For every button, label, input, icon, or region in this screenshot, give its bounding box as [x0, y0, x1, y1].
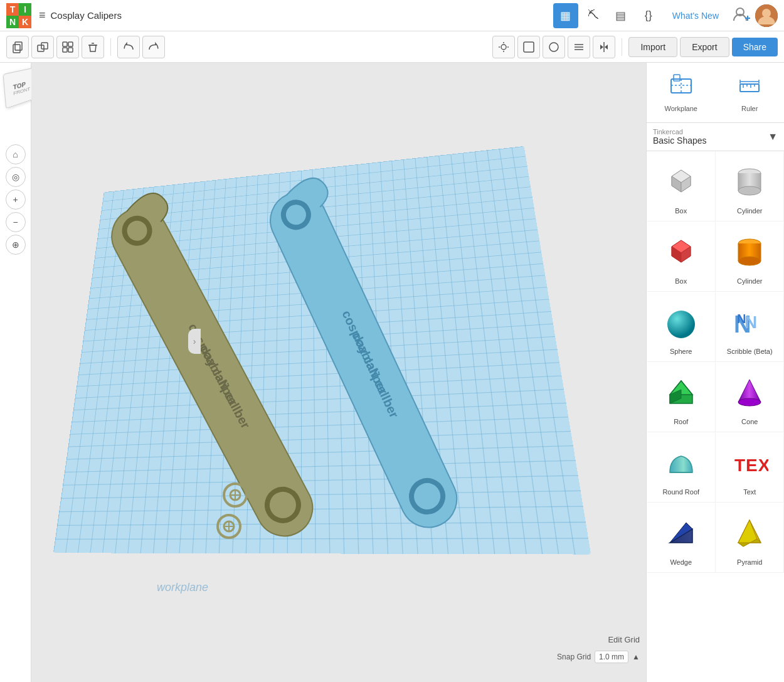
copy-button[interactable] [6, 36, 29, 58]
svg-rect-47 [674, 75, 680, 81]
shape-cylinder-orange-canvas [728, 231, 771, 275]
snap-grid-value[interactable]: 1.0 mm [595, 651, 628, 663]
screws-svg [207, 481, 257, 544]
logo-k: K [19, 16, 31, 28]
shape-wedge-label: Wedge [670, 558, 692, 566]
shapes-dropdown-arrow[interactable]: ▼ [768, 131, 778, 142]
svg-point-4 [762, 9, 771, 18]
shape-text[interactable]: TEXT Text [716, 432, 785, 503]
toolbar-separator [110, 38, 111, 56]
svg-rect-11 [63, 48, 67, 52]
zoom-in-button[interactable]: + [6, 189, 26, 210]
view-toggle-2[interactable] [543, 36, 565, 58]
undo-button[interactable] [117, 36, 140, 58]
shape-cylinder-gray-canvas [728, 161, 771, 205]
ruler-tool[interactable]: Ruler [716, 63, 785, 122]
ruler-icon [737, 72, 762, 101]
topbar: T I N K ≡ Cosplay Calipers ▦ ⛏ ▤ {} What… [0, 0, 784, 31]
shapes-source: Tinkercad [653, 128, 764, 136]
layers-button[interactable]: ▤ [608, 3, 633, 28]
shape-text-canvas: TEXT [728, 442, 771, 486]
svg-marker-24 [600, 45, 603, 50]
hamburger-icon[interactable]: ≡ [39, 9, 46, 22]
viewport-canvas[interactable]: cosplay caliper coabIaN callber cosplay … [31, 63, 646, 682]
import-button[interactable]: Import [628, 37, 677, 57]
nav-icons: ▦ ⛏ ▤ {} What's New [553, 3, 778, 28]
toolbar: Import Export Share [0, 31, 784, 63]
shape-cylinder-gray[interactable]: Cylinder [716, 151, 785, 221]
shape-cone-canvas [728, 371, 771, 415]
snap-grid-label: Snap Grid [557, 653, 591, 661]
group-button[interactable] [56, 36, 79, 58]
snap-grid-arrow[interactable]: ▲ [632, 653, 640, 661]
panel-collapse-handle[interactable]: › [188, 329, 201, 354]
shape-pyramid[interactable]: Pyramid [716, 503, 785, 573]
shape-cone[interactable]: Cone [716, 362, 785, 432]
redo-button[interactable] [142, 36, 165, 58]
tinkercad-logo[interactable]: T I N K [6, 3, 31, 28]
shape-cylinder-orange[interactable]: Cylinder [716, 221, 785, 292]
shape-roof[interactable]: Roof [647, 362, 716, 432]
svg-rect-18 [524, 42, 534, 52]
zoom-out-button[interactable]: − [6, 212, 26, 232]
edit-grid-button[interactable]: Edit Grid [608, 635, 640, 644]
shape-wedge[interactable]: Wedge [647, 503, 716, 573]
code-button[interactable]: {} [636, 3, 661, 28]
shape-sphere[interactable]: Sphere [647, 292, 716, 362]
logo-t: T [6, 3, 19, 16]
shape-sphere-label: Sphere [670, 348, 692, 355]
svg-point-82 [738, 398, 761, 406]
view-toggle-1[interactable] [517, 36, 540, 58]
add-user-button[interactable] [730, 4, 753, 27]
project-title[interactable]: Cosplay Calipers [51, 10, 548, 21]
shapes-selector[interactable]: Tinkercad Basic Shapes ▼ [647, 123, 784, 151]
svg-text:N: N [737, 312, 746, 326]
shape-cone-label: Cone [741, 418, 758, 425]
svg-rect-7 [38, 45, 44, 51]
svg-rect-8 [41, 43, 48, 49]
svg-rect-6 [15, 42, 22, 50]
workplane-label: workplane [157, 581, 208, 594]
home-view-button[interactable]: ⌂ [6, 144, 26, 164]
delete-button[interactable] [82, 36, 104, 58]
logo-i: I [19, 3, 31, 16]
shape-wedge-canvas [659, 512, 703, 556]
panel-tools: Workplane Ruler [647, 63, 784, 123]
light-button[interactable] [492, 36, 515, 58]
shape-round-roof-label: Round Roof [662, 488, 699, 496]
svg-marker-25 [605, 45, 608, 50]
shapes-name: Basic Shapes [653, 136, 764, 146]
svg-text:TEXT: TEXT [734, 456, 768, 475]
shapes-grid: Box [647, 151, 784, 573]
shape-scribble[interactable]: N N N Scribble (Beta) [716, 292, 785, 362]
workplane-label-text: Workplane [665, 105, 697, 112]
export-button[interactable]: Export [680, 37, 729, 57]
grid-view-button[interactable]: ▦ [553, 3, 578, 28]
svg-text:N: N [744, 312, 757, 332]
pick-button[interactable]: ⛏ [581, 3, 606, 28]
fit-all-button[interactable]: ⊕ [6, 235, 26, 255]
duplicate-button[interactable] [31, 36, 54, 58]
shape-scribble-label: Scribble (Beta) [727, 348, 773, 355]
shape-box-gray-canvas [659, 161, 703, 205]
share-button[interactable]: Share [732, 38, 778, 56]
shape-box-red-label: Box [675, 277, 687, 285]
workplane-tool[interactable]: Workplane [647, 63, 716, 122]
svg-point-74 [667, 311, 695, 338]
left-nav-panel: TOP FRONT ⌂ ◎ + − ⊕ [0, 63, 31, 682]
orbit-button[interactable]: ◎ [6, 167, 26, 187]
whats-new-button[interactable]: What's New [664, 7, 728, 24]
shape-box-red-canvas [659, 231, 703, 275]
mirror-button[interactable] [593, 36, 615, 58]
align-button[interactable] [568, 36, 590, 58]
svg-rect-12 [68, 48, 73, 52]
shape-box-red[interactable]: Box [647, 221, 716, 292]
snap-grid-row: Snap Grid 1.0 mm ▲ [557, 651, 640, 663]
svg-point-62 [738, 186, 761, 195]
shape-box-gray[interactable]: Box [647, 151, 716, 221]
toolbar-right: Import Export Share [492, 36, 778, 58]
grid-plane [53, 146, 591, 555]
svg-point-71 [738, 257, 761, 265]
shape-round-roof[interactable]: Round Roof [647, 432, 716, 503]
user-avatar[interactable] [755, 4, 778, 27]
